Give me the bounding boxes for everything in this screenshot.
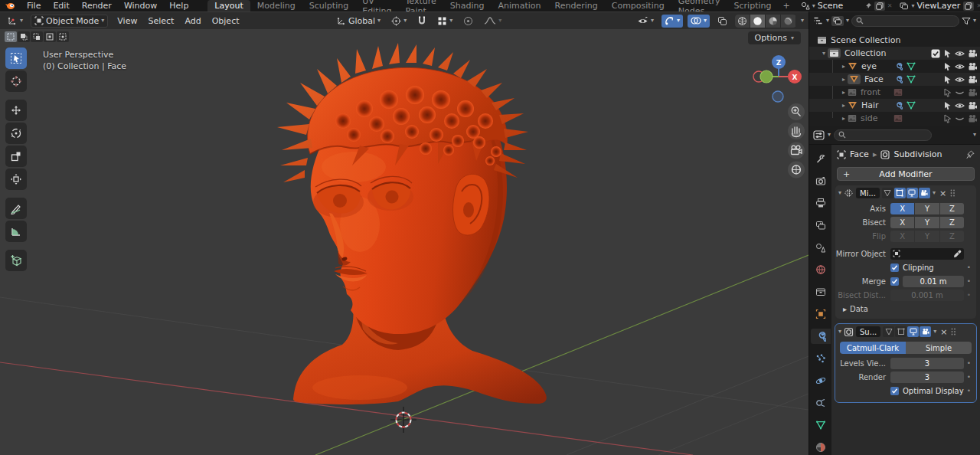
gizmo-neg-z[interactable]	[773, 91, 783, 102]
axis-x-button[interactable]: X	[890, 203, 914, 214]
flip-y-button[interactable]: Y	[915, 231, 939, 242]
properties-tab-material[interactable]	[811, 440, 831, 455]
annotate-tool[interactable]	[5, 198, 27, 219]
outliner-row-scene-collection[interactable]: Scene Collection	[809, 34, 980, 47]
data-subpanel-header[interactable]: ▸ Data	[835, 303, 976, 315]
gizmo-y[interactable]	[760, 70, 773, 83]
properties-options-dropdown[interactable]: ▾	[973, 132, 976, 138]
render-camera-icon[interactable]	[968, 88, 978, 97]
shading-dropdown-icon[interactable]: ▾	[801, 18, 804, 24]
shading-wireframe-button[interactable]	[735, 15, 750, 28]
pin-icon[interactable]	[965, 150, 975, 159]
flip-z-button[interactable]: Z	[940, 231, 964, 242]
shading-solid-button[interactable]	[750, 15, 766, 28]
transform-orientation-dropdown[interactable]: Global ▾	[333, 15, 384, 28]
outliner-row-hair[interactable]: ▸Hair	[809, 99, 980, 112]
add-modifier-button[interactable]: + Add Modifier	[837, 167, 975, 181]
subdiv-show-editmode-toggle[interactable]	[895, 326, 906, 337]
snap-toggle[interactable]	[414, 15, 430, 28]
outliner-row-eye[interactable]: ▸eye	[809, 60, 980, 73]
optimal-display-checkbox[interactable]	[890, 387, 899, 395]
viewlayer-name[interactable]: ViewLayer	[916, 1, 961, 11]
expand-caret-icon[interactable]: ▸	[840, 115, 848, 122]
properties-tab-modifiers[interactable]	[811, 329, 831, 344]
pivot-point-dropdown[interactable]: ▾	[388, 15, 410, 28]
render-camera-icon[interactable]	[968, 75, 978, 84]
properties-tab-collection[interactable]	[811, 284, 831, 300]
scene-name[interactable]: Scene	[818, 1, 862, 11]
viewlayer-selector[interactable]: ▾ ViewLayer ✕	[897, 0, 980, 11]
workspace-tab-scripting[interactable]: Scripting	[727, 0, 779, 11]
snap-settings-dropdown[interactable]: ▾	[434, 15, 456, 28]
properties-tab-object[interactable]	[811, 306, 831, 322]
properties-tab-output[interactable]	[811, 195, 831, 211]
properties-tab-data[interactable]	[811, 417, 831, 433]
workspace-tab-rendering[interactable]: Rendering	[548, 0, 605, 11]
expand-caret-icon[interactable]: ▸	[840, 76, 848, 83]
transform-tool[interactable]	[5, 169, 27, 190]
mirror-show-render-toggle[interactable]	[919, 188, 930, 198]
measure-tool[interactable]	[5, 221, 27, 242]
mode-dropdown[interactable]: Object Mode ▾	[31, 15, 108, 28]
add-cube-tool[interactable]	[5, 250, 27, 271]
viewport-menu-add[interactable]: Add	[180, 16, 205, 26]
visibility-eye-closed-icon[interactable]	[955, 89, 965, 97]
viewport-menu-object[interactable]: Object	[207, 16, 244, 26]
mirror-show-viewport-toggle[interactable]	[906, 188, 918, 198]
blender-logo-icon[interactable]	[5, 2, 15, 10]
extras-dropdown-icon[interactable]: ▾	[933, 190, 936, 196]
rotate-tool[interactable]	[5, 123, 27, 144]
camera-view-button[interactable]	[788, 142, 805, 159]
properties-tab-physics[interactable]	[811, 373, 831, 388]
shading-rendered-button[interactable]	[781, 15, 796, 28]
merge-checkbox[interactable]	[890, 277, 899, 286]
workspace-tab-geometry-nodes[interactable]: Geometry Nodes	[671, 0, 727, 11]
display-mode-icon[interactable]	[831, 16, 844, 26]
selectable-icon[interactable]	[943, 62, 952, 71]
workspace-tab-uv-editing[interactable]: UV Editing	[355, 0, 398, 11]
selectable-icon[interactable]	[943, 101, 952, 110]
axis-y-button[interactable]: Y	[915, 203, 939, 214]
outliner-editor-icon[interactable]	[813, 16, 824, 25]
close-icon[interactable]: ✕	[887, 3, 893, 9]
visibility-eye-icon[interactable]	[955, 63, 965, 70]
render-levels-field[interactable]: 3	[890, 372, 964, 383]
workspace-tab-animation[interactable]: Animation	[491, 0, 547, 11]
zoom-button[interactable]	[788, 103, 805, 120]
mirror-object-field[interactable]	[890, 248, 964, 260]
outliner-row-front[interactable]: ▸front	[809, 86, 980, 99]
scale-tool[interactable]	[5, 146, 27, 167]
properties-tab-viewlayer[interactable]	[811, 218, 831, 233]
subdiv-show-render-toggle[interactable]	[920, 326, 931, 337]
clipping-checkbox[interactable]	[890, 264, 899, 272]
animate-dot-icon[interactable]: •	[967, 264, 971, 271]
render-camera-icon[interactable]	[968, 62, 978, 71]
ortho-toggle-button[interactable]	[788, 162, 805, 178]
breadcrumb-modifier[interactable]: Subdivision	[893, 149, 942, 159]
merge-value-field[interactable]: 0.01 m	[903, 276, 964, 287]
workspace-tab-layout[interactable]: Layout	[207, 0, 250, 11]
select-box-tool[interactable]	[5, 47, 27, 69]
bisect-y-button[interactable]: Y	[915, 217, 939, 228]
add-workspace-button[interactable]: +	[778, 0, 794, 11]
breadcrumb-object[interactable]: Face	[850, 149, 869, 159]
show-object-types-dropdown[interactable]: ▾	[634, 15, 657, 28]
navigation-gizmo[interactable]: Z X	[753, 55, 802, 102]
scene-selector[interactable]: ▾ Scene ✕	[798, 0, 896, 11]
collapse-icon[interactable]: ▾	[838, 190, 841, 196]
select-extend-button[interactable]	[18, 31, 30, 42]
select-set-button[interactable]	[5, 31, 17, 42]
animate-dot-icon[interactable]: •	[967, 373, 971, 381]
select-subtract-button[interactable]	[31, 31, 43, 42]
overlays-toggle[interactable]: ▾	[688, 15, 710, 28]
eyedropper-icon[interactable]	[953, 250, 962, 258]
render-camera-icon[interactable]	[968, 49, 978, 58]
menu-file[interactable]: File	[21, 1, 46, 11]
close-icon[interactable]: ×	[938, 188, 948, 198]
properties-tab-scene[interactable]	[811, 240, 831, 255]
mirror-name-field[interactable]: Mi...	[856, 188, 880, 198]
workspace-tab-texture-paint[interactable]: Texture Paint	[399, 0, 443, 11]
expand-caret-icon[interactable]: ▸	[840, 102, 848, 109]
animate-dot-icon[interactable]: •	[967, 387, 971, 394]
selectable-icon[interactable]	[943, 49, 952, 58]
